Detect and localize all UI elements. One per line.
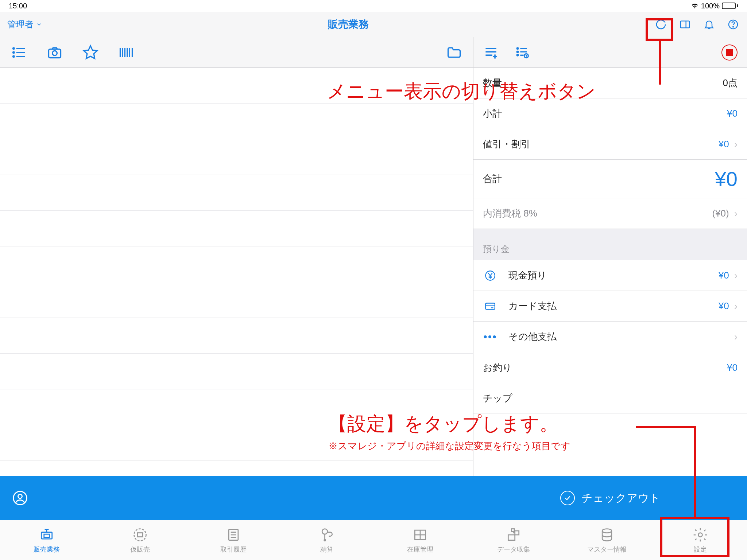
svg-point-7 (13, 48, 15, 49)
list-icon[interactable] (11, 44, 27, 61)
cash-label: 現金預り (508, 269, 547, 282)
svg-marker-12 (84, 46, 97, 58)
tab-label: 仮販売 (130, 545, 150, 554)
tab-data-collection[interactable]: データ収集 (467, 520, 560, 560)
cash-row[interactable]: 現金預り ¥0 › (473, 260, 747, 291)
list-item (0, 104, 473, 139)
toolbar (0, 37, 747, 68)
nav-bar: 管理者 販売業務 (0, 12, 747, 37)
card-row[interactable]: カード支払 ¥0 › (473, 291, 747, 322)
page-title: 販売業務 (42, 18, 654, 31)
svg-rect-54 (512, 529, 514, 531)
user-selector[interactable]: 管理者 (7, 19, 42, 30)
svg-point-41 (134, 529, 146, 541)
svg-point-9 (13, 56, 15, 57)
tab-settlement[interactable]: 精算 (280, 520, 374, 560)
svg-point-3 (733, 26, 734, 27)
svg-point-8 (13, 52, 15, 53)
svg-point-11 (53, 51, 57, 55)
deposit-section-label: 預り金 (483, 243, 510, 255)
list-item (0, 68, 473, 104)
tab-master[interactable]: マスター情報 (560, 520, 654, 560)
tab-history[interactable]: 取引履歴 (187, 520, 280, 560)
customer-button[interactable] (0, 476, 40, 520)
subtotal-label: 小計 (483, 107, 502, 120)
list-item (0, 175, 473, 211)
svg-rect-53 (515, 531, 519, 535)
svg-point-36 (18, 494, 22, 498)
chevron-right-icon: › (734, 300, 738, 312)
annotation-line (694, 426, 696, 517)
record-button[interactable] (721, 44, 738, 61)
checkout-button[interactable]: チェックアウト (473, 476, 747, 520)
history-list-icon[interactable] (514, 44, 530, 61)
add-list-icon[interactable] (483, 44, 499, 61)
panel-toggle-icon[interactable] (678, 18, 692, 31)
user-label: 管理者 (7, 19, 34, 30)
help-icon[interactable] (727, 18, 740, 31)
list-item (0, 354, 473, 389)
tab-label: 取引履歴 (220, 545, 247, 554)
yen-circle-icon (483, 269, 498, 282)
status-time: 15:00 (9, 2, 27, 10)
other-pay-label: その他支払 (508, 330, 557, 343)
tab-provisional-sales[interactable]: 仮販売 (93, 520, 187, 560)
discount-label: 値引・割引 (483, 138, 530, 151)
svg-point-56 (602, 529, 612, 533)
other-pay-row[interactable]: ••• その他支払 › (473, 322, 747, 352)
total-value: ¥0 (715, 167, 738, 191)
change-row: お釣り ¥0 (473, 352, 747, 383)
folder-icon[interactable] (446, 44, 462, 61)
svg-rect-0 (681, 21, 689, 28)
deposit-section: 預り金 (473, 229, 747, 260)
chevron-right-icon: › (734, 331, 738, 343)
checkout-label: チェックアウト (581, 491, 661, 506)
tax-value: (¥0) (712, 208, 729, 219)
star-icon[interactable] (82, 44, 98, 61)
svg-point-24 (517, 48, 518, 49)
tab-label: 在庫管理 (407, 545, 433, 554)
subtotal-value: ¥0 (727, 108, 738, 119)
svg-rect-52 (508, 535, 515, 540)
tax-label: 内消費税 8% (483, 207, 537, 220)
total-label: 合計 (483, 172, 502, 185)
svg-rect-42 (138, 533, 143, 537)
tip-row[interactable]: チップ (473, 383, 747, 413)
card-label: カード支払 (508, 300, 557, 312)
annotation-line (636, 426, 696, 428)
wifi-icon (691, 1, 699, 11)
tax-row[interactable]: 内消費税 8% (¥0) › (473, 198, 747, 229)
svg-point-28 (517, 54, 518, 56)
quantity-value: 0点 (723, 77, 738, 89)
checkout-bar: チェックアウト (0, 476, 747, 520)
battery-percent: 100% (701, 2, 720, 10)
total-row: 合計 ¥0 (473, 160, 747, 198)
check-circle-icon (560, 491, 575, 505)
camera-icon[interactable] (47, 44, 63, 61)
quantity-label: 数量 (483, 77, 502, 89)
barcode-icon[interactable] (118, 44, 134, 61)
list-item (0, 425, 473, 461)
annotation-box-settings-tab (660, 517, 729, 557)
list-item (0, 139, 473, 175)
chevron-right-icon: › (734, 270, 738, 281)
list-item (0, 246, 473, 282)
svg-point-48 (324, 539, 326, 541)
discount-value: ¥0 (719, 139, 729, 150)
tab-label: マスター情報 (587, 545, 627, 554)
tip-label: チップ (483, 392, 512, 405)
change-label: お釣り (483, 361, 512, 374)
svg-rect-38 (44, 534, 50, 537)
tab-label: 精算 (320, 545, 333, 554)
tab-inventory[interactable]: 在庫管理 (374, 520, 467, 560)
list-item (0, 318, 473, 354)
item-list-pane (0, 68, 473, 520)
tab-bar: 販売業務 仮販売 取引履歴 精算 在庫管理 データ収集 マスター情報 設定 (0, 520, 747, 560)
discount-row[interactable]: 値引・割引 ¥0 › (473, 129, 747, 160)
card-value: ¥0 (719, 300, 729, 312)
svg-point-26 (517, 51, 518, 52)
battery-icon (722, 3, 738, 9)
bell-icon[interactable] (703, 18, 716, 31)
tab-sales[interactable]: 販売業務 (0, 520, 93, 560)
main-content: 数量 0点 小計 ¥0 値引・割引 ¥0 › 合計 ¥0 内消費税 8% (¥0… (0, 68, 747, 520)
